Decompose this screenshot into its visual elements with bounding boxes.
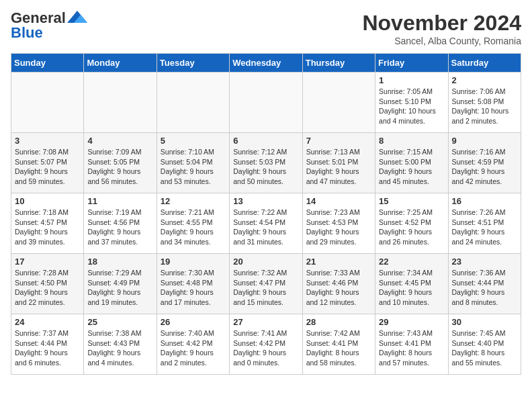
day-number: 5 [161, 136, 226, 146]
location: Sancel, Alba County, Romania [362, 36, 521, 46]
calendar-cell-w3-d4: 21Sunrise: 7:33 AMSunset: 4:46 PMDayligh… [302, 254, 375, 314]
calendar-table: Sunday Monday Tuesday Wednesday Thursday… [11, 53, 521, 375]
day-info: Sunrise: 7:15 AMSunset: 5:00 PMDaylight:… [379, 147, 444, 187]
day-number: 8 [379, 136, 444, 146]
calendar-cell-w0-d1 [84, 73, 157, 133]
day-info: Sunrise: 7:23 AMSunset: 4:53 PMDaylight:… [306, 208, 371, 247]
day-info: Sunrise: 7:22 AMSunset: 4:54 PMDaylight:… [233, 208, 298, 247]
calendar-cell-w3-d0: 17Sunrise: 7:28 AMSunset: 4:50 PMDayligh… [11, 254, 84, 314]
day-info: Sunrise: 7:32 AMSunset: 4:47 PMDaylight:… [233, 268, 298, 308]
day-info: Sunrise: 7:42 AMSunset: 4:41 PMDaylight:… [306, 328, 371, 368]
calendar-week-1: 3Sunrise: 7:08 AMSunset: 5:07 PMDaylight… [11, 133, 521, 193]
calendar-cell-w4-d1: 25Sunrise: 7:38 AMSunset: 4:43 PMDayligh… [84, 314, 157, 375]
title-area: November 2024 Sancel, Alba County, Roman… [362, 11, 521, 46]
day-info: Sunrise: 7:41 AMSunset: 4:42 PMDaylight:… [233, 328, 298, 368]
day-number: 16 [452, 196, 517, 206]
day-number: 20 [233, 257, 298, 267]
day-info: Sunrise: 7:18 AMSunset: 4:57 PMDaylight:… [15, 208, 80, 247]
day-number: 25 [87, 317, 152, 327]
calendar-cell-w1-d1: 4Sunrise: 7:09 AMSunset: 5:05 PMDaylight… [84, 133, 157, 193]
page-header: General Blue November 2024 Sancel, Alba … [11, 11, 521, 46]
day-info: Sunrise: 7:19 AMSunset: 4:56 PMDaylight:… [87, 208, 152, 247]
day-info: Sunrise: 7:10 AMSunset: 5:04 PMDaylight:… [161, 147, 226, 187]
day-number: 29 [379, 317, 444, 327]
calendar-cell-w4-d4: 28Sunrise: 7:42 AMSunset: 4:41 PMDayligh… [302, 314, 375, 375]
calendar-cell-w4-d2: 26Sunrise: 7:40 AMSunset: 4:42 PMDayligh… [157, 314, 229, 375]
calendar-cell-w3-d3: 20Sunrise: 7:32 AMSunset: 4:47 PMDayligh… [230, 254, 302, 314]
month-title: November 2024 [362, 11, 521, 36]
calendar-cell-w0-d2 [157, 73, 229, 133]
day-info: Sunrise: 7:08 AMSunset: 5:07 PMDaylight:… [15, 147, 80, 187]
day-number: 21 [306, 257, 371, 267]
calendar-cell-w1-d0: 3Sunrise: 7:08 AMSunset: 5:07 PMDaylight… [11, 133, 84, 193]
day-number: 18 [87, 257, 152, 267]
day-number: 13 [233, 196, 298, 206]
calendar-week-0: 1Sunrise: 7:05 AMSunset: 5:10 PMDaylight… [11, 73, 521, 133]
calendar-cell-w0-d5: 1Sunrise: 7:05 AMSunset: 5:10 PMDaylight… [375, 73, 448, 133]
calendar-cell-w2-d4: 14Sunrise: 7:23 AMSunset: 4:53 PMDayligh… [302, 193, 375, 254]
day-info: Sunrise: 7:28 AMSunset: 4:50 PMDaylight:… [15, 268, 80, 308]
calendar-header-row: Sunday Monday Tuesday Wednesday Thursday… [11, 54, 521, 73]
calendar-cell-w4-d5: 29Sunrise: 7:43 AMSunset: 4:41 PMDayligh… [375, 314, 448, 375]
day-number: 17 [15, 257, 80, 267]
calendar-cell-w1-d4: 7Sunrise: 7:13 AMSunset: 5:01 PMDaylight… [302, 133, 375, 193]
calendar-cell-w1-d3: 6Sunrise: 7:12 AMSunset: 5:03 PMDaylight… [230, 133, 302, 193]
calendar-cell-w0-d6: 2Sunrise: 7:06 AMSunset: 5:08 PMDaylight… [448, 73, 521, 133]
day-number: 24 [15, 317, 80, 327]
calendar-cell-w1-d5: 8Sunrise: 7:15 AMSunset: 5:00 PMDaylight… [375, 133, 448, 193]
calendar-cell-w0-d3 [230, 73, 302, 133]
header-monday: Monday [84, 54, 157, 73]
day-number: 27 [233, 317, 298, 327]
day-info: Sunrise: 7:21 AMSunset: 4:55 PMDaylight:… [161, 208, 226, 247]
day-number: 30 [452, 317, 517, 327]
day-info: Sunrise: 7:34 AMSunset: 4:45 PMDaylight:… [379, 268, 444, 308]
day-number: 14 [306, 196, 371, 206]
day-info: Sunrise: 7:45 AMSunset: 4:40 PMDaylight:… [452, 328, 517, 368]
calendar-cell-w3-d6: 23Sunrise: 7:36 AMSunset: 4:44 PMDayligh… [448, 254, 521, 314]
day-info: Sunrise: 7:26 AMSunset: 4:51 PMDaylight:… [452, 208, 517, 247]
day-number: 12 [161, 196, 226, 206]
day-number: 11 [87, 196, 152, 206]
header-friday: Friday [375, 54, 448, 73]
day-info: Sunrise: 7:33 AMSunset: 4:46 PMDaylight:… [306, 268, 371, 308]
day-info: Sunrise: 7:38 AMSunset: 4:43 PMDaylight:… [87, 328, 152, 368]
header-tuesday: Tuesday [157, 54, 229, 73]
calendar-cell-w4-d6: 30Sunrise: 7:45 AMSunset: 4:40 PMDayligh… [448, 314, 521, 375]
logo-icon [67, 11, 87, 23]
day-info: Sunrise: 7:09 AMSunset: 5:05 PMDaylight:… [87, 147, 152, 187]
header-saturday: Saturday [448, 54, 521, 73]
day-number: 3 [15, 136, 80, 146]
calendar-cell-w3-d2: 19Sunrise: 7:30 AMSunset: 4:48 PMDayligh… [157, 254, 229, 314]
day-info: Sunrise: 7:13 AMSunset: 5:01 PMDaylight:… [306, 147, 371, 187]
calendar-cell-w1-d6: 9Sunrise: 7:16 AMSunset: 4:59 PMDaylight… [448, 133, 521, 193]
day-info: Sunrise: 7:25 AMSunset: 4:52 PMDaylight:… [379, 208, 444, 247]
day-info: Sunrise: 7:29 AMSunset: 4:49 PMDaylight:… [87, 268, 152, 308]
calendar-cell-w2-d3: 13Sunrise: 7:22 AMSunset: 4:54 PMDayligh… [230, 193, 302, 254]
day-number: 4 [87, 136, 152, 146]
calendar-week-2: 10Sunrise: 7:18 AMSunset: 4:57 PMDayligh… [11, 193, 521, 254]
logo: General Blue [11, 11, 87, 40]
header-sunday: Sunday [11, 54, 84, 73]
calendar-cell-w2-d5: 15Sunrise: 7:25 AMSunset: 4:52 PMDayligh… [375, 193, 448, 254]
calendar-cell-w2-d6: 16Sunrise: 7:26 AMSunset: 4:51 PMDayligh… [448, 193, 521, 254]
logo-text: General [11, 11, 87, 26]
day-number: 10 [15, 196, 80, 206]
calendar-cell-w3-d5: 22Sunrise: 7:34 AMSunset: 4:45 PMDayligh… [375, 254, 448, 314]
calendar-cell-w4-d0: 24Sunrise: 7:37 AMSunset: 4:44 PMDayligh… [11, 314, 84, 375]
day-info: Sunrise: 7:16 AMSunset: 4:59 PMDaylight:… [452, 147, 517, 187]
day-info: Sunrise: 7:30 AMSunset: 4:48 PMDaylight:… [161, 268, 226, 308]
day-info: Sunrise: 7:36 AMSunset: 4:44 PMDaylight:… [452, 268, 517, 308]
day-number: 9 [452, 136, 517, 146]
day-info: Sunrise: 7:06 AMSunset: 5:08 PMDaylight:… [452, 87, 517, 126]
header-wednesday: Wednesday [230, 54, 302, 73]
logo-blue: Blue [11, 26, 43, 40]
calendar-cell-w4-d3: 27Sunrise: 7:41 AMSunset: 4:42 PMDayligh… [230, 314, 302, 375]
day-info: Sunrise: 7:05 AMSunset: 5:10 PMDaylight:… [379, 87, 444, 126]
day-number: 22 [379, 257, 444, 267]
day-number: 1 [379, 75, 444, 85]
calendar-cell-w2-d0: 10Sunrise: 7:18 AMSunset: 4:57 PMDayligh… [11, 193, 84, 254]
day-number: 26 [161, 317, 226, 327]
calendar-cell-w2-d1: 11Sunrise: 7:19 AMSunset: 4:56 PMDayligh… [84, 193, 157, 254]
day-number: 2 [452, 75, 517, 85]
day-info: Sunrise: 7:37 AMSunset: 4:44 PMDaylight:… [15, 328, 80, 368]
